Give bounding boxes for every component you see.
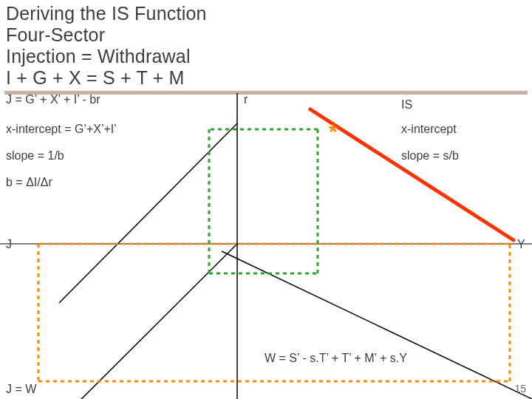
label-b-def: b = ΔI/Δr — [6, 176, 52, 189]
label-W-eq: W = S’ - s.T’ + T’ + M’ + s.Y — [265, 352, 407, 365]
j-of-r-line — [59, 123, 237, 303]
axis-label-Y: Y — [517, 238, 525, 251]
equilibrium-marker: * — [329, 119, 338, 143]
j-equals-w-line — [52, 244, 237, 399]
construction-green — [209, 129, 318, 273]
label-xint-right: x-intercept — [401, 123, 457, 136]
label-slope-left: slope = 1/b — [6, 149, 64, 163]
label-slope-right: slope = s/b — [401, 149, 459, 163]
label-xint-left: x-intercept = G’+X’+I’ — [6, 123, 117, 136]
slide-number: 15 — [514, 383, 526, 395]
axis-label-r: r — [244, 93, 248, 106]
axis-label-J: J — [6, 238, 12, 251]
label-J-eq: J = G’ + X’ + I’ - br — [6, 93, 100, 106]
is-derivation-diagram: * — [0, 0, 532, 399]
label-IS: IS — [401, 98, 412, 112]
label-JW: J = W — [6, 383, 36, 396]
